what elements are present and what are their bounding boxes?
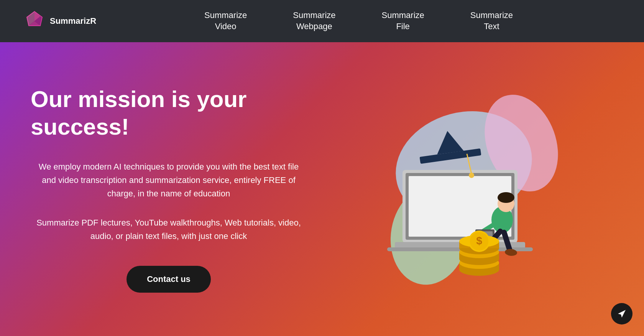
logo-icon xyxy=(23,10,46,33)
hero-content: Our mission is your success! We employ m… xyxy=(31,86,322,293)
logo-area[interactable]: SummarizR xyxy=(23,10,96,33)
send-icon xyxy=(617,309,626,318)
nav-summarize-file[interactable]: SummarizeFile xyxy=(382,10,424,32)
send-button[interactable] xyxy=(611,303,632,324)
hero-description: We employ modern AI techniques to provid… xyxy=(31,160,307,201)
hero-section: Our mission is your success! We employ m… xyxy=(0,42,644,336)
hero-sub-description: Summarize PDF lectures, YouTube walkthro… xyxy=(31,216,307,243)
nav-summarize-text[interactable]: SummarizeText xyxy=(470,10,513,32)
nav-summarize-video[interactable]: SummarizeVideo xyxy=(204,10,247,32)
logo-text: SummarizR xyxy=(50,16,96,26)
svg-point-19 xyxy=(498,192,514,203)
nav-summarize-webpage[interactable]: SummarizeWebpage xyxy=(293,10,335,32)
svg-point-16 xyxy=(469,173,474,178)
navbar: SummarizR SummarizeVideo SummarizeWebpag… xyxy=(0,0,644,42)
nav-links: SummarizeVideo SummarizeWebpage Summariz… xyxy=(96,10,621,32)
hero-illustration: $ xyxy=(322,42,613,336)
contact-us-button[interactable]: Contact us xyxy=(127,266,211,293)
hero-title: Our mission is your success! xyxy=(31,86,307,141)
illustration-svg: $ xyxy=(360,82,575,296)
svg-text:$: $ xyxy=(476,235,482,247)
